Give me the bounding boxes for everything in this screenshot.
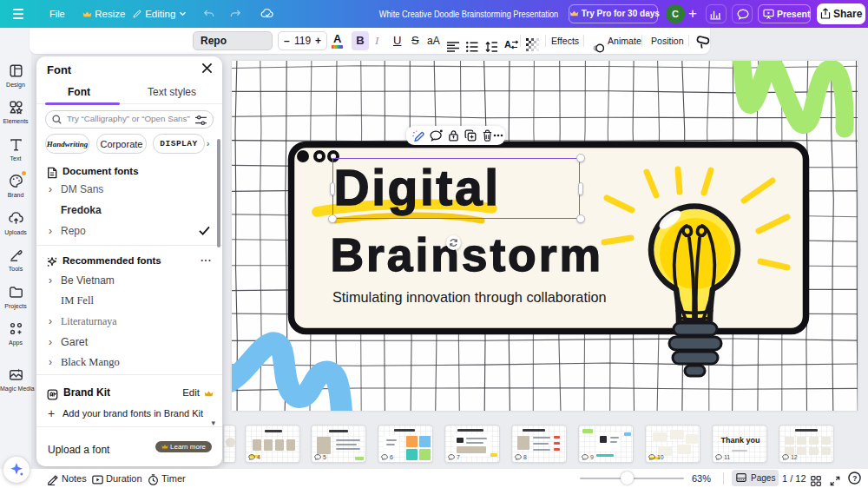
svg-text:A: A bbox=[504, 39, 511, 49]
svg-text:?: ? bbox=[852, 474, 857, 483]
